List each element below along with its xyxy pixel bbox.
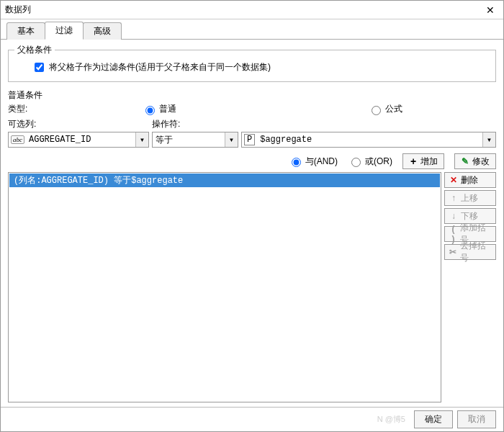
move-up-button[interactable]: ↑ 上移 [444, 190, 496, 206]
arrow-up-icon: ↑ [449, 193, 458, 203]
type-normal-radio-label: 普通 [159, 103, 176, 115]
cancel-button[interactable]: 取消 [457, 410, 496, 428]
logic-or-label: 或(OR) [365, 156, 392, 168]
edit-icon: ✎ [461, 156, 469, 166]
chevron-down-icon: ▼ [225, 132, 238, 147]
move-down-button-label: 下移 [461, 210, 478, 222]
operator-combobox-value: 等于 [153, 134, 225, 146]
tab-basic[interactable]: 基本 [6, 22, 45, 40]
tab-strip: 基本 过滤 高级 [1, 19, 503, 40]
operator-combobox[interactable]: 等于 ▼ [152, 132, 238, 148]
logic-or-radio[interactable] [351, 158, 361, 167]
delete-button-label: 删除 [461, 174, 478, 186]
list-item[interactable]: (列名:AGGREGATE_ID) 等于$aggregate [9, 174, 440, 187]
paren-icon: ( ) [449, 224, 457, 244]
window-title: 数据列 [5, 4, 482, 16]
conditions-listbox[interactable]: (列名:AGGREGATE_ID) 等于$aggregate [8, 172, 441, 402]
type-label: 类型: [8, 103, 138, 115]
ok-button[interactable]: 确定 [414, 410, 453, 428]
delete-icon: ✕ [449, 175, 458, 185]
parent-condition-group: 父格条件 将父格子作为过滤条件(适用于父子格来自于同一个数据集) [8, 44, 496, 82]
remove-paren-button[interactable]: ✂ 去掉括号 [444, 244, 496, 260]
normal-condition-label: 普通条件 [8, 89, 496, 102]
delete-button[interactable]: ✕ 删除 [444, 172, 496, 188]
type-formula-radio-label: 公式 [385, 103, 402, 115]
value-combobox[interactable]: P $aggregate ▼ [241, 132, 496, 148]
remove-paren-button-label: 去掉括号 [460, 240, 491, 264]
tab-advanced[interactable]: 高级 [83, 22, 122, 40]
remove-paren-icon: ✂ [449, 247, 457, 257]
dialog-window: 数据列 ✕ 基本 过滤 高级 父格条件 将父格子作为过滤条件(适用于父子格来自于… [0, 0, 504, 432]
move-up-button-label: 上移 [461, 192, 478, 204]
selectable-column-label: 可选列: [8, 118, 152, 130]
chevron-down-icon: ▼ [482, 132, 495, 147]
column-combobox-value: AGGREGATE_ID [26, 135, 135, 145]
parent-condition-legend: 父格条件 [14, 44, 55, 56]
operator-label: 操作符: [152, 118, 496, 130]
add-button[interactable]: + 增加 [402, 153, 444, 169]
text-type-icon: abc [11, 135, 24, 144]
parent-filter-checkbox[interactable] [35, 63, 44, 72]
column-combobox[interactable]: abc AGGREGATE_ID ▼ [8, 132, 149, 148]
close-icon[interactable]: ✕ [482, 4, 499, 16]
parent-filter-checkbox-label: 将父格子作为过滤条件(适用于父子格来自于同一个数据集) [49, 61, 271, 73]
logic-and-radio[interactable] [292, 158, 301, 167]
arrow-down-icon: ↓ [449, 211, 458, 221]
add-button-label: 增加 [420, 156, 438, 168]
parameter-icon: P [244, 134, 255, 145]
logic-and-label: 与(AND) [305, 156, 338, 168]
titlebar: 数据列 ✕ [1, 1, 503, 19]
dialog-footer: N @博5 确定 取消 [1, 407, 503, 431]
edit-button-label: 修改 [472, 156, 490, 168]
tab-content: 父格条件 将父格子作为过滤条件(适用于父子格来自于同一个数据集) 普通条件 类型… [1, 40, 503, 407]
type-formula-radio[interactable] [372, 106, 381, 115]
edit-button[interactable]: ✎ 修改 [454, 153, 496, 169]
type-normal-radio[interactable] [145, 106, 155, 115]
plus-icon: + [409, 157, 418, 166]
watermark-text: N @博5 [377, 414, 405, 425]
value-field: $aggregate [257, 135, 482, 145]
chevron-down-icon: ▼ [135, 132, 148, 147]
list-action-buttons: ✕ 删除 ↑ 上移 ↓ 下移 ( ) 添加括号 ✂ 去掉括号 [444, 172, 496, 402]
tab-filter[interactable]: 过滤 [45, 22, 84, 40]
